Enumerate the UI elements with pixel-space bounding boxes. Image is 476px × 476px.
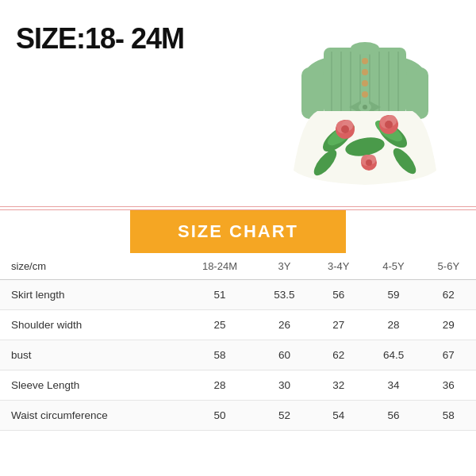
row-value: 32: [311, 370, 366, 401]
svg-point-15: [362, 80, 368, 86]
table-row: Sleeve Length2830323436: [0, 370, 476, 401]
col-header-18-24m: 18-24M: [182, 253, 258, 280]
table-wrapper: size/cm 18-24M 3Y 3-4Y 4-5Y 5-6Y Skirt l…: [0, 253, 476, 431]
row-value: 25: [182, 310, 258, 340]
svg-point-40: [351, 42, 379, 55]
row-label: Shoulder width: [0, 310, 182, 340]
row-label: Skirt length: [0, 280, 182, 310]
row-value: 36: [421, 370, 476, 401]
row-value: 58: [421, 401, 476, 431]
table-row: bust58606264.567: [0, 340, 476, 370]
col-header-4-5y: 4-5Y: [366, 253, 420, 280]
row-value: 62: [421, 280, 476, 310]
row-value: 29: [421, 310, 476, 340]
row-value: 64.5: [366, 340, 420, 370]
row-value: 62: [311, 340, 366, 370]
table-row: Waist circumference5052545658: [0, 401, 476, 431]
row-label: Waist circumference: [0, 401, 182, 431]
row-value: 67: [421, 340, 476, 370]
row-value: 28: [182, 370, 258, 401]
svg-point-31: [341, 125, 349, 133]
col-header-size: size/cm: [0, 253, 182, 280]
top-divider-line: [0, 206, 476, 207]
row-value: 60: [258, 340, 311, 370]
col-header-3y: 3Y: [258, 253, 311, 280]
svg-point-16: [362, 91, 368, 98]
table-row: Shoulder width2526272829: [0, 310, 476, 340]
size-chart-section: SIZE CHART: [0, 198, 476, 253]
row-value: 27: [311, 310, 366, 340]
row-value: 52: [258, 401, 311, 431]
svg-point-39: [366, 159, 372, 166]
row-value: 56: [311, 280, 366, 310]
row-value: 26: [258, 310, 311, 340]
row-value: 58: [182, 340, 258, 370]
row-value: 28: [366, 310, 420, 340]
col-header-5-6y: 5-6Y: [421, 253, 476, 280]
size-chart-button-wrap: SIZE CHART: [130, 210, 346, 253]
row-value: 51: [182, 280, 258, 310]
row-value: 34: [366, 370, 420, 401]
size-chart-button[interactable]: SIZE CHART: [130, 210, 346, 253]
top-section: SIZE:18- 24M: [0, 0, 476, 198]
row-value: 53.5: [258, 280, 311, 310]
product-image-area: [270, 8, 460, 190]
table-row: Skirt length5153.5565962: [0, 280, 476, 310]
row-value: 59: [366, 280, 420, 310]
main-container: SIZE:18- 24M: [0, 0, 476, 476]
row-value: 54: [311, 401, 366, 431]
header-row: size/cm 18-24M 3Y 3-4Y 4-5Y 5-6Y: [0, 253, 476, 280]
dress-illustration: [278, 12, 452, 186]
size-table: size/cm 18-24M 3Y 3-4Y 4-5Y 5-6Y Skirt l…: [0, 253, 476, 431]
table-header: size/cm 18-24M 3Y 3-4Y 4-5Y 5-6Y: [0, 253, 476, 280]
row-label: Sleeve Length: [0, 370, 182, 401]
col-header-3-4y: 3-4Y: [311, 253, 366, 280]
row-label: bust: [0, 340, 182, 370]
svg-point-14: [362, 69, 368, 75]
row-value: 30: [258, 370, 311, 401]
row-value: 50: [182, 401, 258, 431]
size-label: SIZE:18- 24M: [16, 14, 238, 56]
svg-point-35: [385, 121, 393, 129]
svg-point-20: [363, 105, 367, 109]
table-body: Skirt length5153.5565962Shoulder width25…: [0, 280, 476, 431]
row-value: 56: [366, 401, 420, 431]
svg-point-13: [362, 58, 368, 64]
